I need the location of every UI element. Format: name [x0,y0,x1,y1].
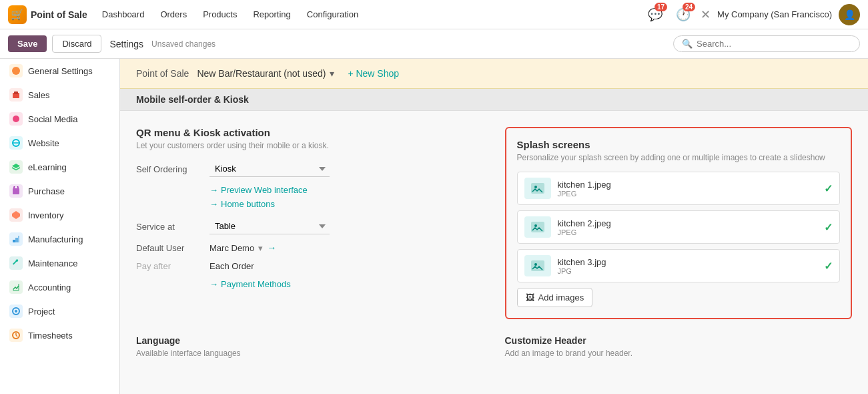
language-title: Language [136,335,484,346]
nav-dashboard[interactable]: Dashboard [95,7,151,22]
close-icon[interactable]: ✕ [701,7,711,22]
self-ordering-row: Self Ordering Kiosk QR Code Disabled [136,161,484,177]
sidebar-label-inventory: Inventory [28,210,63,220]
user-avatar[interactable]: 👤 [839,4,860,25]
right-block: Splash screens Personalize your splash s… [505,127,853,319]
company-name[interactable]: My Company (San Francisco) [717,9,832,19]
default-user-label: Default User [136,243,209,253]
service-at-value[interactable]: Table Counter Takeaway [209,218,484,234]
svg-point-19 [534,224,537,227]
image-thumb-1 [524,178,551,199]
save-button[interactable]: Save [8,35,47,52]
self-ordering-select[interactable]: Kiosk QR Code Disabled [209,161,330,177]
svg-point-3 [13,116,19,122]
secondary-toolbar: Save Discard Settings Unsaved changes 🔍 [0,29,868,59]
user-dropdown-chevron[interactable]: ▾ [258,243,263,253]
customize-header-title: Customize Header [505,335,853,346]
avatar-image: 👤 [844,9,855,20]
image-name-2: kitchen 2.jpeg [558,218,818,228]
image-row-2: kitchen 2.jpeg JPEG ✓ [517,210,841,244]
sidebar-label-maintenance: Maintenance [28,258,77,268]
settings-label: Settings [109,39,143,49]
user-external-link[interactable]: → [267,242,276,253]
inventory-icon [9,208,23,222]
section-header: Mobile self-order & Kiosk [120,89,868,111]
social-media-icon [9,112,23,126]
add-images-button[interactable]: 🖼 Add images [517,288,593,307]
top-navigation: 🛒 Point of Sale Dashboard Orders Product… [0,0,868,29]
left-block: QR menu & Kiosk activation Let your cust… [136,127,484,319]
activity-badge: 24 [683,3,695,11]
splash-desc: Personalize your splash screen by adding… [517,153,841,162]
nav-products[interactable]: Products [196,7,244,22]
manufacturing-icon [9,232,23,246]
image-type-1: JPEG [558,190,818,198]
sidebar-label-website: Website [28,138,59,148]
nav-configuration[interactable]: Configuration [300,7,365,22]
activity-button[interactable]: 🕐 24 [673,4,694,25]
self-ordering-value[interactable]: Kiosk QR Code Disabled [209,161,484,177]
banner-shop-selector[interactable]: New Bar/Restaurant (not used) ▾ [197,68,334,79]
unsaved-changes-label: Unsaved changes [151,39,215,49]
messages-badge: 17 [655,3,667,11]
svg-line-15 [16,335,17,337]
settings-body: QR menu & Kiosk activation Let your cust… [120,111,868,335]
sidebar-item-timesheets[interactable]: Timesheets [0,323,119,347]
nav-orders[interactable]: Orders [153,7,193,22]
settings-banner: Point of Sale New Bar/Restaurant (not us… [120,59,868,89]
sidebar-item-maintenance[interactable]: Maintenance [0,251,119,275]
sidebar-item-project[interactable]: Project [0,299,119,323]
svg-point-21 [534,263,537,266]
home-buttons-link-container: Home buttons [209,199,484,209]
discard-button[interactable]: Discard [52,35,101,53]
image-row-3: kitchen 3.jpg JPG ✓ [517,249,841,282]
sidebar-item-website[interactable]: Website [0,131,119,155]
image-type-3: JPG [558,267,818,275]
search-icon: 🔍 [682,39,693,49]
search-input[interactable] [697,39,851,49]
sidebar-label-elearning: eLearning [28,162,67,172]
image-thumb-2 [524,216,551,238]
language-desc: Available interface languages [136,349,484,358]
sidebar-label-project: Project [28,307,55,317]
sidebar-item-manufacturing[interactable]: Manufacturing [0,227,119,251]
preview-web-link[interactable]: Preview Web interface [209,185,484,195]
banner-pos-label: Point of Sale [136,68,189,79]
sidebar-item-purchase[interactable]: Purchase [0,179,119,203]
image-info-1: kitchen 1.jpeg JPEG [558,180,818,198]
service-at-select[interactable]: Table Counter Takeaway [209,218,330,234]
purchase-icon [9,184,23,198]
left-block-title: QR menu & Kiosk activation [136,127,484,138]
nav-reporting[interactable]: Reporting [246,7,297,22]
sidebar-item-inventory[interactable]: Inventory [0,203,119,227]
sidebar-item-general-settings[interactable]: General Settings [0,59,119,83]
shop-name: New Bar/Restaurant (not used) [197,68,326,79]
sidebar-item-accounting[interactable]: Accounting [0,275,119,299]
payment-methods-link[interactable]: Payment Methods [209,279,484,289]
app-logo[interactable]: 🛒 Point of Sale [8,5,87,24]
search-bar[interactable]: 🔍 [673,35,860,52]
sidebar-label-social-media: Social Media [28,114,77,124]
accounting-icon [9,280,23,294]
sidebar: General Settings Sales Social Media Webs… [0,59,120,394]
messages-button[interactable]: 💬 17 [644,4,666,25]
bottom-language-section: Language Available interface languages [136,335,484,358]
new-shop-link[interactable]: + New Shop [348,68,399,79]
bottom-header-section: Customize Header Add an image to brand y… [505,335,853,358]
image-name-3: kitchen 3.jpg [558,257,818,267]
image-row-1: kitchen 1.jpeg JPEG ✓ [517,172,841,205]
image-thumb-3 [524,255,551,276]
svg-rect-9 [15,238,18,242]
sidebar-item-sales[interactable]: Sales [0,83,119,107]
self-ordering-label: Self Ordering [136,164,209,174]
sidebar-item-elearning[interactable]: eLearning [0,155,119,179]
service-at-label: Service at [136,222,209,232]
sidebar-item-social-media[interactable]: Social Media [0,107,119,131]
check-icon-1: ✓ [824,182,833,195]
shop-dropdown-icon: ▾ [330,68,334,79]
svg-point-17 [534,186,537,188]
svg-point-0 [12,67,20,75]
pay-after-row: Pay after Each Order [136,261,484,271]
home-buttons-link[interactable]: Home buttons [209,199,484,209]
svg-rect-8 [13,240,15,242]
